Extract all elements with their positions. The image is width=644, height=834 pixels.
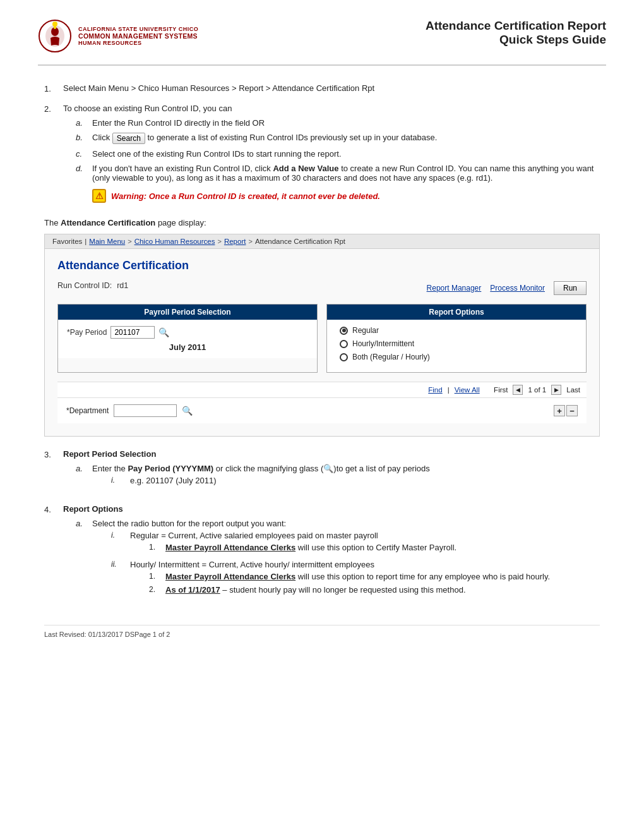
step-4-i-1-body: Master Payroll Attendance Clerks will us… [165,543,456,552]
step-3a-i-text: e.g. 201107 (July 2011) [130,476,217,485]
page-display-label: The Attendance Certification page displa… [44,218,600,227]
step-4-i-1-bold: Master Payroll Attendance Clerks [165,543,295,552]
plus-minus-row: + − [554,405,578,416]
run-control-row: Run Control ID: rd1 [57,281,128,290]
payroll-panel-body: *Pay Period 🔍 July 2011 [58,320,317,358]
run-button[interactable]: Run [554,281,587,295]
plus-button[interactable]: + [554,405,565,416]
step-3a-body: Enter the Pay Period (YYYYMM) or click t… [92,464,430,489]
step-2d-before: If you don't have an existing Run Contro… [92,164,273,173]
sub-title: Quick Steps Guide [426,33,606,47]
step-4a-body: Select the radio button for the report o… [92,519,550,602]
warning-text: Warning: Once a Run Control ID is create… [111,191,380,201]
panels-row: Payroll Period Selection *Pay Period 🔍 J… [57,304,587,373]
find-link[interactable]: Find [428,386,442,394]
step-2a: Enter the Run Control ID directly in the… [76,118,600,128]
step-3a-end: )to get a list of pay periods [333,464,429,473]
step-4-ii-1-bold: Master Payroll Attendance Clerks [165,572,295,581]
payroll-panel-header: Payroll Period Selection [58,305,317,320]
find-sep: | [448,386,450,394]
dept-input[interactable] [114,404,177,417]
nav-last-btn[interactable]: ▶ [551,385,561,395]
step-2a-body: Enter the Run Control ID directly in the… [92,118,265,128]
dept-left: *Department 🔍 [66,404,193,417]
pay-period-input[interactable] [110,326,155,339]
find-row: Find | View All First ◀ 1 of 1 ▶ Last [57,382,587,398]
step-3a-bold: Pay Period (YYYYMM) [128,464,213,473]
radio-both-label: Both (Regular / Hourly) [352,353,430,361]
nav-first-btn[interactable]: ◀ [513,385,523,395]
logo-text: CALIFORNIA STATE UNIVERSITY CHICO COMMON… [78,26,198,46]
breadcrumb-bar: Favorites | Main Menu > Chico Human Reso… [45,234,599,249]
last-label: Last [566,386,580,394]
step-3-label: Report Period Selection [63,449,156,459]
radio-regular-label: Regular [352,326,379,335]
radio-hourly: Hourly/Intermittent [340,339,573,348]
step-3a-i-body: e.g. 201107 (July 2011) [130,476,217,485]
step-4-label: Report Options [63,504,123,514]
step-2c-text: Select one of the existing Run Control I… [92,149,342,159]
radio-regular-circle[interactable] [340,327,348,335]
step-4-ii-text: Hourly/ Intermittent = Current, Active h… [130,560,374,569]
logo-line1: CALIFORNIA STATE UNIVERSITY CHICO [78,26,198,32]
bc-sep2: > [217,238,221,245]
step-3-roman: e.g. 201107 (July 2011) [92,476,430,485]
step-2d: If you don't have an existing Run Contro… [76,164,600,203]
step-3-alpha: Enter the Pay Period (YYYYMM) or click t… [63,464,600,489]
csu-logo-icon [38,19,72,53]
step-3a-mag: 🔍 [323,464,333,473]
payroll-period-panel: Payroll Period Selection *Pay Period 🔍 J… [57,304,318,373]
first-label: First [494,386,508,394]
logo-line2: COMMON MANAGEMENT SYSTEMS [78,32,198,40]
step-3a-after: or click the magnifying glass ( [213,464,323,473]
dept-row: *Department 🔍 + − [57,398,587,423]
breadcrumb-favorites: Favorites [52,238,82,245]
ui-screenshot-box: Favorites | Main Menu > Chico Human Reso… [44,234,600,437]
step-3: Report Period Selection Enter the Pay Pe… [44,449,600,494]
step-4-roman: Regular = Current, Active salaried emplo… [92,531,550,598]
step-4: Report Options Select the radio button f… [44,504,600,607]
view-all-link[interactable]: View All [455,386,480,394]
step-3a: Enter the Pay Period (YYYYMM) or click t… [76,464,600,489]
step-4-i-decimal: Master Payroll Attendance Clerks will us… [130,543,456,552]
step-4-body: Report Options Select the radio button f… [63,504,600,607]
report-options-panel: Report Options Regular Hourly/Intermitte… [326,304,587,373]
step-4-ii-2-text: – student hourly pay will no longer be r… [220,585,466,595]
radio-regular: Regular [340,326,573,335]
spacer [485,386,489,394]
radio-both-circle[interactable] [340,353,348,361]
radio-hourly-circle[interactable] [340,340,348,348]
top-right-links: Report Manager Process Monitor Run [427,281,587,295]
step-4-i-body: Regular = Current, Active salaried emplo… [130,531,456,556]
run-control-value: rd1 [117,281,128,290]
page-display-after: page display: [155,218,206,227]
ui-top-row: Run Control ID: rd1 Report Manager Proce… [57,281,587,295]
step-2c: Select one of the existing Run Control I… [76,149,600,159]
report-manager-link[interactable]: Report Manager [427,284,482,293]
step-4-ii-2: As of 1/1/2017 – student hourly pay will… [149,585,550,595]
ui-page-title: Attendance Certification [57,259,587,272]
dept-magnify-icon[interactable]: 🔍 [182,406,193,416]
ui-inner: Attendance Certification Run Control ID:… [45,249,599,436]
pay-period-row: *Pay Period 🔍 [67,326,308,339]
bc-report: Report [224,238,246,245]
step-2-intro: To choose an existing Run Control ID, yo… [63,104,232,113]
step-2d-body: If you don't have an existing Run Contro… [92,164,600,203]
step-1-body: Select Main Menu > Chico Human Resources… [63,83,600,94]
bc-sep3: > [248,238,252,245]
step-4-ii-1: Master Payroll Attendance Clerks will us… [149,572,550,581]
run-control-label: Run Control ID: [57,281,112,290]
process-monitor-link[interactable]: Process Monitor [490,284,545,293]
step-2: To choose an existing Run Control ID, yo… [44,104,600,208]
pay-period-label: *Pay Period [67,328,107,337]
step-4-ii-1-body: Master Payroll Attendance Clerks will us… [165,572,550,581]
step-2b: Click Search to generate a list of exist… [76,133,600,144]
warning-icon: ⚠ [92,189,106,203]
step-4-alpha: Select the radio button for the report o… [63,519,600,602]
pay-period-magnify-icon[interactable]: 🔍 [158,327,169,337]
step-4a: Select the radio button for the report o… [76,519,600,602]
step-2-body: To choose an existing Run Control ID, yo… [63,104,600,208]
step-2b-after: to generate a list of existing Run Contr… [145,133,437,142]
report-options-header: Report Options [327,305,586,320]
minus-button[interactable]: − [566,405,578,416]
